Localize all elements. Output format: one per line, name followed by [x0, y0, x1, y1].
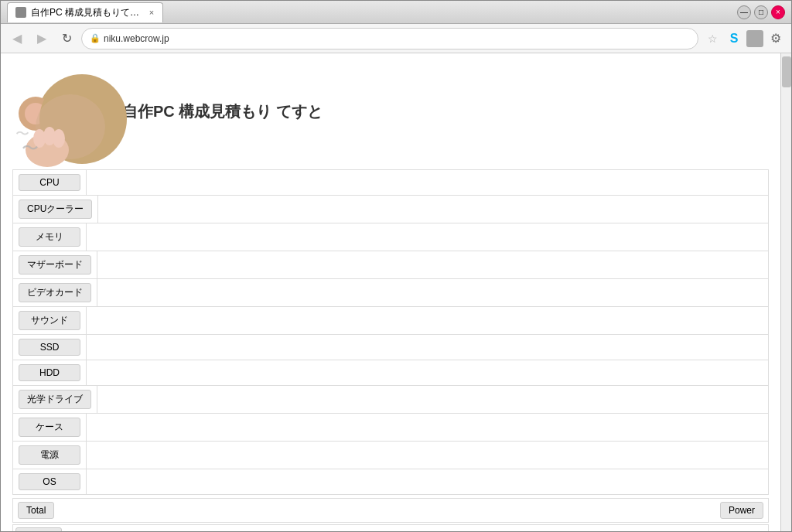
- component-content-video-card: [97, 279, 768, 306]
- component-button-optical-drive[interactable]: 光学ドライブ: [19, 390, 91, 409]
- reload-button[interactable]: ↻: [56, 29, 77, 49]
- avatar: 〜 〜: [12, 61, 128, 169]
- component-button-power[interactable]: 電源: [19, 445, 80, 465]
- component-label-optical-drive: 光学ドライブ: [13, 386, 97, 413]
- settings-icon[interactable]: ⚙: [766, 29, 785, 48]
- scrollbar-track[interactable]: [780, 53, 791, 531]
- component-row-sound: サウンド: [12, 306, 769, 335]
- scrollbar-thumb[interactable]: [782, 56, 791, 87]
- skype-icon[interactable]: S: [725, 29, 743, 48]
- window-controls: — □ ×: [737, 5, 785, 19]
- component-label-video-card: ビデオカード: [13, 279, 97, 306]
- page-content: 〜 〜 自作PC 構成見積もり てすと CPU CPUクーラー メモリ: [1, 53, 780, 531]
- url-row: URL: [12, 524, 769, 531]
- component-content-motherboard: [97, 251, 768, 278]
- title-bar-left: 自作PC 構成見積もりて… ×: [7, 2, 163, 22]
- extension-icon[interactable]: [746, 30, 763, 47]
- tab-favicon: [15, 7, 26, 18]
- component-content-cpu: [86, 170, 768, 195]
- url-text: niku.webcrow.jp: [104, 33, 169, 44]
- component-content-case: [86, 414, 768, 441]
- component-row-case: ケース: [12, 413, 769, 442]
- url-bar[interactable]: 🔒 niku.webcrow.jp: [81, 28, 698, 49]
- component-button-cpu-cooler[interactable]: CPUクーラー: [19, 200, 92, 219]
- tab-close-button[interactable]: ×: [145, 6, 158, 19]
- forward-button[interactable]: ▶: [32, 29, 52, 49]
- page-header: 〜 〜 自作PC 構成見積もり てすと: [12, 61, 769, 162]
- component-button-hdd[interactable]: HDD: [19, 364, 80, 381]
- component-label-cpu-cooler: CPUクーラー: [13, 196, 97, 223]
- component-content-memory: [86, 223, 768, 251]
- content-wrapper: 〜 〜 自作PC 構成見積もり てすと CPU CPUクーラー メモリ: [1, 53, 791, 531]
- component-row-ssd: SSD: [12, 334, 769, 360]
- total-button[interactable]: Total: [18, 502, 54, 519]
- component-content-ssd: [86, 335, 768, 360]
- nav-icons: ☆ S ⚙: [703, 29, 785, 48]
- svg-text:〜: 〜: [15, 126, 29, 142]
- url-lock-icon: 🔒: [90, 33, 101, 43]
- browser-window: 自作PC 構成見積もりて… × — □ × ◀ ▶ ↻ 🔒 niku.webcr…: [0, 0, 792, 532]
- component-content-sound: [86, 307, 768, 334]
- component-row-os: OS: [12, 469, 769, 495]
- maximize-button[interactable]: □: [754, 5, 768, 19]
- component-button-video-card[interactable]: ビデオカード: [19, 283, 91, 302]
- component-label-hdd: HDD: [13, 360, 86, 385]
- components-list: CPU CPUクーラー メモリ マザーボード ビデオカード: [12, 169, 769, 495]
- component-row-video-card: ビデオカード: [12, 278, 769, 307]
- component-row-memory: メモリ: [12, 223, 769, 251]
- navigation-bar: ◀ ▶ ↻ 🔒 niku.webcrow.jp ☆ S ⚙: [1, 24, 791, 53]
- component-row-optical-drive: 光学ドライブ: [12, 385, 769, 414]
- minimize-button[interactable]: —: [737, 5, 751, 19]
- component-row-cpu: CPU: [12, 169, 769, 196]
- component-row-power: 電源: [12, 441, 769, 469]
- component-label-os: OS: [13, 469, 86, 494]
- component-label-cpu: CPU: [13, 170, 86, 195]
- component-content-power: [86, 442, 768, 469]
- url-input[interactable]: [64, 525, 768, 531]
- component-label-memory: メモリ: [13, 223, 86, 251]
- page-title: 自作PC 構成見積もり てすと: [122, 101, 323, 122]
- component-label-ssd: SSD: [13, 335, 86, 360]
- component-content-cpu-cooler: [97, 196, 768, 223]
- title-bar: 自作PC 構成見積もりて… × — □ ×: [1, 1, 791, 24]
- browser-tab[interactable]: 自作PC 構成見積もりて… ×: [7, 2, 163, 22]
- component-label-power: 電源: [13, 442, 86, 469]
- component-button-os[interactable]: OS: [19, 473, 80, 490]
- component-button-case[interactable]: ケース: [19, 418, 80, 437]
- component-row-cpu-cooler: CPUクーラー: [12, 195, 769, 223]
- component-content-optical-drive: [97, 386, 768, 413]
- component-button-ssd[interactable]: SSD: [19, 339, 80, 356]
- component-button-motherboard[interactable]: マザーボード: [19, 255, 91, 275]
- component-content-os: [86, 469, 768, 494]
- component-button-sound[interactable]: サウンド: [19, 311, 80, 330]
- tab-title: 自作PC 構成見積もりて…: [31, 6, 139, 19]
- component-button-cpu[interactable]: CPU: [19, 174, 80, 191]
- avatar-container: 〜 〜: [12, 61, 113, 162]
- component-row-hdd: HDD: [12, 360, 769, 386]
- svg-point-8: [53, 129, 65, 148]
- component-label-motherboard: マザーボード: [13, 251, 97, 278]
- close-button[interactable]: ×: [771, 5, 785, 19]
- component-row-motherboard: マザーボード: [12, 251, 769, 279]
- bookmark-star-icon[interactable]: ☆: [703, 29, 722, 48]
- component-content-hdd: [86, 360, 768, 385]
- component-label-case: ケース: [13, 414, 86, 441]
- power-button[interactable]: Power: [720, 502, 763, 519]
- total-row: Total Power: [12, 498, 769, 523]
- bottom-section: Total Power URL Short URL ⋱ Google URL S…: [12, 498, 769, 531]
- url-label: URL: [15, 527, 62, 531]
- component-button-memory[interactable]: メモリ: [19, 227, 80, 247]
- back-button[interactable]: ◀: [7, 29, 27, 49]
- component-label-sound: サウンド: [13, 307, 86, 334]
